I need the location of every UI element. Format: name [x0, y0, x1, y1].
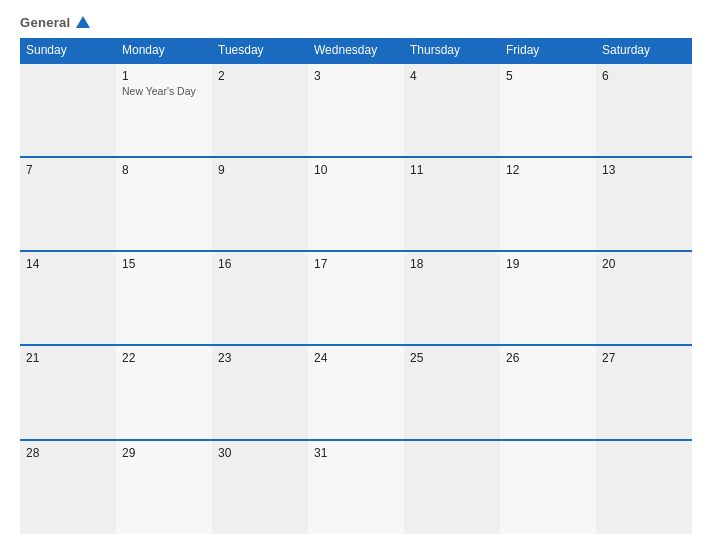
weekday-header-friday: Friday: [500, 38, 596, 63]
calendar-body: 1New Year's Day2345678910111213141516171…: [20, 63, 692, 534]
calendar-cell: 9: [212, 157, 308, 251]
day-number: 28: [26, 446, 110, 460]
day-number: 9: [218, 163, 302, 177]
day-number: 12: [506, 163, 590, 177]
calendar-cell: 29: [116, 440, 212, 534]
calendar-cell: 10: [308, 157, 404, 251]
day-number: 2: [218, 69, 302, 83]
calendar-cell: 6: [596, 63, 692, 157]
day-number: 23: [218, 351, 302, 365]
weekday-header-wednesday: Wednesday: [308, 38, 404, 63]
calendar-cell: 8: [116, 157, 212, 251]
day-number: 30: [218, 446, 302, 460]
day-number: 17: [314, 257, 398, 271]
weekday-header-monday: Monday: [116, 38, 212, 63]
calendar-cell: [596, 440, 692, 534]
day-number: 1: [122, 69, 206, 83]
day-number: 21: [26, 351, 110, 365]
day-number: 6: [602, 69, 686, 83]
weekday-header-tuesday: Tuesday: [212, 38, 308, 63]
day-number: 18: [410, 257, 494, 271]
day-number: 29: [122, 446, 206, 460]
calendar-cell: 18: [404, 251, 500, 345]
day-number: 19: [506, 257, 590, 271]
weekday-header-thursday: Thursday: [404, 38, 500, 63]
calendar-cell: [500, 440, 596, 534]
calendar-cell: 28: [20, 440, 116, 534]
calendar-cell: 5: [500, 63, 596, 157]
day-number: 25: [410, 351, 494, 365]
calendar-header: SundayMondayTuesdayWednesdayThursdayFrid…: [20, 38, 692, 63]
weekday-header-saturday: Saturday: [596, 38, 692, 63]
calendar-week-row: 14151617181920: [20, 251, 692, 345]
day-number: 7: [26, 163, 110, 177]
logo-general-text: General: [20, 16, 90, 30]
calendar-cell: 16: [212, 251, 308, 345]
weekday-header-sunday: Sunday: [20, 38, 116, 63]
calendar-week-row: 1New Year's Day23456: [20, 63, 692, 157]
calendar-cell: 19: [500, 251, 596, 345]
day-number: 14: [26, 257, 110, 271]
calendar-cell: 1New Year's Day: [116, 63, 212, 157]
calendar-cell: 24: [308, 345, 404, 439]
day-number: 3: [314, 69, 398, 83]
day-number: 13: [602, 163, 686, 177]
day-number: 20: [602, 257, 686, 271]
logo-triangle-icon: [76, 16, 90, 28]
calendar-table: SundayMondayTuesdayWednesdayThursdayFrid…: [20, 38, 692, 534]
calendar-cell: 23: [212, 345, 308, 439]
calendar-cell: 4: [404, 63, 500, 157]
calendar-cell: 31: [308, 440, 404, 534]
calendar-cell: 11: [404, 157, 500, 251]
calendar-cell: 26: [500, 345, 596, 439]
calendar-cell: [404, 440, 500, 534]
day-number: 27: [602, 351, 686, 365]
calendar-cell: [20, 63, 116, 157]
day-number: 10: [314, 163, 398, 177]
calendar-cell: 30: [212, 440, 308, 534]
day-number: 16: [218, 257, 302, 271]
day-number: 26: [506, 351, 590, 365]
day-number: 24: [314, 351, 398, 365]
calendar-cell: 15: [116, 251, 212, 345]
calendar-cell: 27: [596, 345, 692, 439]
calendar-week-row: 28293031: [20, 440, 692, 534]
calendar-cell: 7: [20, 157, 116, 251]
calendar-cell: 14: [20, 251, 116, 345]
calendar-cell: 20: [596, 251, 692, 345]
holiday-label: New Year's Day: [122, 85, 206, 97]
calendar-cell: 3: [308, 63, 404, 157]
calendar-week-row: 21222324252627: [20, 345, 692, 439]
page-header: General: [20, 16, 692, 30]
calendar-cell: 22: [116, 345, 212, 439]
calendar-cell: 25: [404, 345, 500, 439]
day-number: 15: [122, 257, 206, 271]
day-number: 8: [122, 163, 206, 177]
calendar-cell: 13: [596, 157, 692, 251]
calendar-cell: 2: [212, 63, 308, 157]
logo: General: [20, 16, 90, 30]
day-number: 31: [314, 446, 398, 460]
calendar-cell: 12: [500, 157, 596, 251]
calendar-cell: 17: [308, 251, 404, 345]
day-number: 4: [410, 69, 494, 83]
calendar-cell: 21: [20, 345, 116, 439]
day-number: 11: [410, 163, 494, 177]
weekday-header-row: SundayMondayTuesdayWednesdayThursdayFrid…: [20, 38, 692, 63]
day-number: 22: [122, 351, 206, 365]
calendar-week-row: 78910111213: [20, 157, 692, 251]
day-number: 5: [506, 69, 590, 83]
